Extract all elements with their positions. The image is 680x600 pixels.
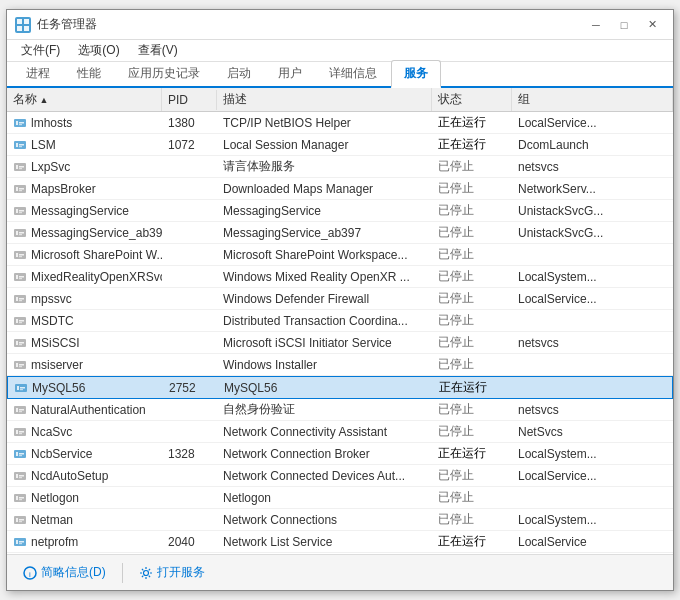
td-description: Network Connection Broker <box>217 445 432 463</box>
svg-rect-73 <box>16 496 18 500</box>
col-header-description[interactable]: 描述 <box>217 88 432 111</box>
td-status: 已停止 <box>432 244 512 265</box>
svg-rect-61 <box>16 430 18 434</box>
svg-rect-54 <box>20 387 25 389</box>
service-name: MSiSCSI <box>31 336 80 350</box>
tab-performance[interactable]: 性能 <box>64 60 114 86</box>
td-description: Network Connected Devices Aut... <box>217 467 432 485</box>
tab-startup[interactable]: 启动 <box>214 60 264 86</box>
td-name: LSM <box>7 136 162 154</box>
close-button[interactable]: ✕ <box>639 15 665 35</box>
td-status: 已停止 <box>432 222 512 243</box>
service-icon <box>13 116 27 130</box>
svg-rect-37 <box>16 297 18 301</box>
service-name: MessagingService_ab397 <box>31 226 162 240</box>
table-row[interactable]: NcaSvc Network Connectivity Assistant 已停… <box>7 421 673 443</box>
table-row[interactable]: NaturalAuthentication 自然身份验证 已停止 netsvcs <box>7 399 673 421</box>
service-name: NaturalAuthentication <box>31 403 146 417</box>
col-header-status[interactable]: 状态 <box>432 88 512 111</box>
td-name: MessagingService <box>7 202 162 220</box>
td-group: LocalSystem... <box>512 511 673 529</box>
svg-rect-79 <box>19 521 22 522</box>
td-pid <box>162 408 217 412</box>
td-group <box>512 363 673 367</box>
td-status: 已停止 <box>432 354 512 375</box>
table-row[interactable]: LSM 1072 Local Session Manager 正在运行 Dcom… <box>7 134 673 156</box>
table-row[interactable]: LxpSvc 请言体验服务 已停止 netsvcs <box>7 156 673 178</box>
table-row[interactable]: NcbService 1328 Network Connection Broke… <box>7 443 673 465</box>
gear-icon <box>139 566 153 580</box>
service-name: mpssvc <box>31 292 72 306</box>
maximize-button[interactable]: □ <box>611 15 637 35</box>
window-controls: ─ □ ✕ <box>583 15 665 35</box>
minimize-button[interactable]: ─ <box>583 15 609 35</box>
service-icon <box>13 182 27 196</box>
service-icon <box>13 292 27 306</box>
service-icon <box>13 160 27 174</box>
svg-rect-49 <box>16 363 18 367</box>
table-row[interactable]: NcdAutoSetup Network Connected Devices A… <box>7 465 673 487</box>
tab-details[interactable]: 详细信息 <box>316 60 390 86</box>
td-description: MySQL56 <box>218 379 433 397</box>
svg-rect-26 <box>19 232 24 234</box>
td-group: LocalSystem... <box>512 268 673 286</box>
td-status: 已停止 <box>432 310 512 331</box>
col-header-group[interactable]: 组 <box>512 88 673 111</box>
table-row[interactable]: netprofm 2040 Network List Service 正在运行 … <box>7 531 673 553</box>
td-name: MySQL56 <box>8 379 163 397</box>
table-row[interactable]: Netlogon Netlogon 已停止 <box>7 487 673 509</box>
menu-options[interactable]: 选项(O) <box>70 40 127 61</box>
td-group: netsvcs <box>512 401 673 419</box>
menu-view[interactable]: 查看(V) <box>130 40 186 61</box>
info-icon: i <box>23 566 37 580</box>
td-group <box>512 253 673 257</box>
svg-rect-19 <box>19 190 22 191</box>
table-row[interactable]: MessagingService_ab397 MessagingService_… <box>7 222 673 244</box>
table-row[interactable]: MSiSCSI Microsoft iSCSI Initiator Servic… <box>7 332 673 354</box>
tab-users[interactable]: 用户 <box>265 60 315 86</box>
td-group: netsvcs <box>512 334 673 352</box>
col-header-pid[interactable]: PID <box>162 90 217 110</box>
menu-file[interactable]: 文件(F) <box>13 40 68 61</box>
table-row[interactable]: lmhosts 1380 TCP/IP NetBIOS Helper 正在运行 … <box>7 112 673 134</box>
table-row[interactable]: MSDTC Distributed Transaction Coordina..… <box>7 310 673 332</box>
svg-rect-59 <box>19 411 22 412</box>
service-icon <box>13 138 27 152</box>
td-pid <box>162 297 217 301</box>
table-row[interactable]: MySQL56 2752 MySQL56 正在运行 <box>7 376 673 399</box>
window-title: 任务管理器 <box>37 16 97 33</box>
service-name: MessagingService <box>31 204 129 218</box>
td-pid <box>162 341 217 345</box>
svg-rect-57 <box>16 408 18 412</box>
service-icon <box>13 403 27 417</box>
svg-rect-50 <box>19 364 24 366</box>
app-icon <box>15 17 31 33</box>
col-header-name[interactable]: 名称 <box>7 88 162 111</box>
svg-rect-77 <box>16 518 18 522</box>
svg-rect-27 <box>19 234 22 235</box>
table-row[interactable]: MixedRealityOpenXRSvc Windows Mixed Real… <box>7 266 673 288</box>
tab-services[interactable]: 服务 <box>391 60 441 88</box>
service-name: LxpSvc <box>31 160 70 174</box>
service-icon <box>13 204 27 218</box>
table-row[interactable]: mpssvc Windows Defender Firewall 已停止 Loc… <box>7 288 673 310</box>
tab-app-history[interactable]: 应用历史记录 <box>115 60 213 86</box>
table-row[interactable]: msiserver Windows Installer 已停止 <box>7 354 673 376</box>
service-name: Netlogon <box>31 491 79 505</box>
open-services-button[interactable]: 打开服务 <box>133 561 211 584</box>
table-row[interactable]: Microsoft SharePoint W... Microsoft Shar… <box>7 244 673 266</box>
services-table: 名称 PID 描述 状态 组 lmhosts 1380 TCP/IP NetBI… <box>7 88 673 554</box>
svg-rect-35 <box>19 278 22 279</box>
table-row[interactable]: MapsBroker Downloaded Maps Manager 已停止 N… <box>7 178 673 200</box>
svg-rect-67 <box>19 455 22 456</box>
table-row[interactable]: Netman Network Connections 已停止 LocalSyst… <box>7 509 673 531</box>
svg-rect-78 <box>19 519 24 521</box>
table-header: 名称 PID 描述 状态 组 <box>7 88 673 112</box>
tab-process[interactable]: 进程 <box>13 60 63 86</box>
open-services-label: 打开服务 <box>157 564 205 581</box>
table-row[interactable]: MessagingService MessagingService 已停止 Un… <box>7 200 673 222</box>
table-body[interactable]: lmhosts 1380 TCP/IP NetBIOS Helper 正在运行 … <box>7 112 673 554</box>
service-name: NcbService <box>31 447 92 461</box>
brief-info-button[interactable]: i 简略信息(D) <box>17 561 112 584</box>
td-pid <box>162 165 217 169</box>
